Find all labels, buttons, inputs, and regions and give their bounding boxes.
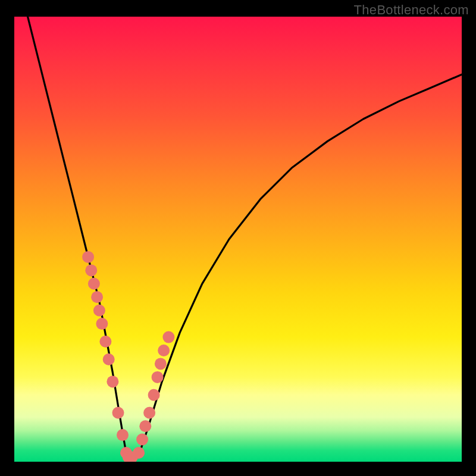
bottleneck-curve — [28, 17, 462, 462]
marker-dot — [136, 434, 148, 446]
marker-dot — [133, 447, 145, 459]
marker-dot — [158, 345, 170, 356]
marker-dot — [85, 264, 97, 276]
plot-area — [14, 17, 462, 462]
chart-frame: TheBottleneck.com — [0, 0, 476, 476]
marker-dot — [148, 389, 160, 401]
marker-dot — [107, 375, 118, 387]
marker-dot — [112, 407, 124, 419]
marker-dot — [82, 251, 94, 263]
marker-dot — [93, 305, 105, 317]
marker-dot — [143, 407, 155, 419]
curve-svg — [14, 17, 462, 462]
marker-dot — [139, 420, 151, 432]
marker-dot — [117, 429, 129, 441]
marker-dot — [152, 371, 164, 383]
marker-dot — [103, 353, 115, 365]
marker-dot — [96, 318, 108, 330]
watermark-text: TheBottleneck.com — [354, 2, 469, 18]
marker-dot — [162, 331, 174, 343]
marker-group — [82, 251, 174, 462]
marker-dot — [91, 291, 103, 303]
marker-dot — [88, 278, 100, 290]
marker-dot — [99, 336, 111, 347]
marker-dot — [155, 358, 167, 369]
